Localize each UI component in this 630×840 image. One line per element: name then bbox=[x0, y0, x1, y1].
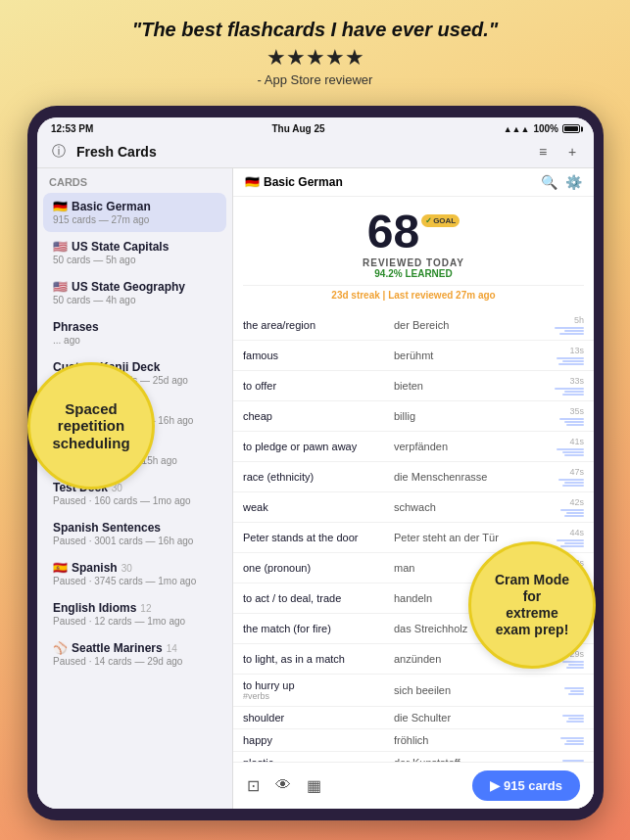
sidebar-item-9[interactable]: 🇪🇸 Spanish 30 Paused · 3745 cards — 1mo … bbox=[43, 554, 226, 593]
bar-5-0 bbox=[558, 479, 584, 481]
bar-14-0 bbox=[560, 737, 584, 739]
sidebar-item-title-11: ⚾ Seattle Mariners 14 bbox=[53, 641, 217, 655]
bar-0-0 bbox=[555, 327, 584, 329]
battery-percent: 100% bbox=[533, 123, 558, 134]
card-german-5: die Menschenrasse bbox=[394, 471, 545, 483]
cards-view-icon[interactable]: ⊡ bbox=[247, 776, 260, 795]
stats-area: 68 ✓ GOAL REVIEWED TODAY 94.2% LEARNED 2… bbox=[233, 197, 594, 310]
sidebar-title-text-2: US State Geography bbox=[72, 280, 185, 294]
settings-icon[interactable]: ⚙️ bbox=[565, 174, 582, 190]
bar-2-0 bbox=[555, 388, 584, 390]
card-row-5[interactable]: race (ethnicity) die Menschenrasse 47s bbox=[233, 462, 594, 492]
card-english-5: race (ethnicity) bbox=[243, 471, 394, 483]
add-button[interactable]: + bbox=[560, 140, 584, 163]
bar-5-1 bbox=[564, 482, 584, 484]
card-english-14: happy bbox=[243, 734, 394, 746]
spaced-badge-text: Spacedrepetitionscheduling bbox=[52, 400, 129, 451]
card-meta-1: 13s bbox=[545, 346, 584, 365]
card-row-1[interactable]: famous berühmt 13s bbox=[233, 341, 594, 371]
card-row-2[interactable]: to offer bieten 33s bbox=[233, 371, 594, 401]
review-button-label: ▶ 915 cards bbox=[490, 778, 562, 793]
preview-icon[interactable]: 👁 bbox=[275, 776, 291, 795]
date: Thu Aug 25 bbox=[271, 123, 324, 134]
sidebar-item-3[interactable]: Phrases ... ago bbox=[43, 313, 226, 352]
card-tag-12: #verbs bbox=[243, 691, 394, 701]
card-meta-0: 5h bbox=[545, 315, 584, 335]
sidebar-flag-9: 🇪🇸 bbox=[53, 561, 68, 575]
sidebar-item-0[interactable]: 🇩🇪 Basic German 915 cards — 27m ago bbox=[43, 193, 226, 232]
goal-check: ✓ bbox=[425, 216, 432, 225]
sidebar-sub-9: Paused · 3745 cards — 1mo ago bbox=[53, 576, 217, 586]
sidebar-item-title-3: Phrases bbox=[53, 320, 217, 334]
card-time-0: 5h bbox=[545, 315, 584, 325]
card-time-5: 47s bbox=[545, 467, 584, 477]
bar-7-0 bbox=[557, 539, 584, 541]
card-english-12: to hurry up#verbs bbox=[243, 679, 394, 701]
card-row-12[interactable]: to hurry up#verbs sich beeilen bbox=[233, 675, 594, 707]
stats-number-wrapper: 68 ✓ GOAL bbox=[243, 209, 584, 256]
review-button[interactable]: ▶ 915 cards bbox=[472, 770, 580, 801]
card-row-15[interactable]: plastic der Kunststoff bbox=[233, 752, 594, 762]
card-time-7: 44s bbox=[545, 528, 584, 537]
card-row-6[interactable]: weak schwach 42s bbox=[233, 492, 594, 523]
card-time-6: 42s bbox=[545, 497, 584, 507]
learned-label: 94.2% LEARNED bbox=[243, 268, 584, 279]
card-meta-5: 47s bbox=[545, 467, 584, 487]
card-english-8: one (pronoun) bbox=[243, 562, 394, 574]
card-german-1: berühmt bbox=[394, 350, 545, 361]
card-time-2: 33s bbox=[545, 376, 584, 386]
card-bars-13 bbox=[545, 715, 584, 723]
card-english-10: the match (for fire) bbox=[243, 623, 394, 634]
bar-4-0 bbox=[557, 448, 584, 450]
bar-11-2 bbox=[566, 667, 584, 669]
spaced-repetition-badge: Spacedrepetitionscheduling bbox=[27, 362, 155, 490]
bar-0-2 bbox=[559, 333, 584, 335]
sidebar-item-1[interactable]: 🇺🇸 US State Capitals 50 cards — 5h ago bbox=[43, 233, 226, 272]
info-button[interactable]: ⓘ bbox=[47, 140, 71, 163]
bar-3-2 bbox=[566, 424, 584, 426]
list-button[interactable]: ≡ bbox=[531, 140, 555, 163]
stats-icon[interactable]: ▦ bbox=[307, 776, 321, 795]
card-english-2: to offer bbox=[243, 380, 394, 392]
status-right: ▲▲▲ 100% bbox=[504, 123, 580, 134]
sidebar-sub-10: Paused · 12 cards — 1mo ago bbox=[53, 616, 217, 627]
quote-text: "The best flashcards I have ever used." bbox=[29, 18, 601, 41]
sidebar-sub-7: Paused · 160 cards — 1mo ago bbox=[53, 495, 217, 506]
card-row-4[interactable]: to pledge or pawn away verpfänden 41s bbox=[233, 432, 594, 462]
card-row-0[interactable]: the area/region der Bereich 5h bbox=[233, 310, 594, 341]
card-row-14[interactable]: happy fröhlich bbox=[233, 729, 594, 752]
bar-12-1 bbox=[570, 690, 584, 692]
sidebar-item-title-1: 🇺🇸 US State Capitals bbox=[53, 240, 217, 254]
sidebar-sub-11: Paused · 14 cards — 29d ago bbox=[53, 656, 217, 667]
sidebar-item-8[interactable]: Spanish Sentences Paused · 3001 cards — … bbox=[43, 514, 226, 553]
card-english-0: the area/region bbox=[243, 319, 394, 331]
sidebar-title-text-1: US State Capitals bbox=[72, 240, 169, 254]
sidebar-item-title-0: 🇩🇪 Basic German bbox=[53, 200, 217, 213]
sidebar-section-header: Cards bbox=[37, 168, 232, 192]
sidebar-item-11[interactable]: ⚾ Seattle Mariners 14 Paused · 14 cards … bbox=[43, 634, 226, 674]
bar-12-0 bbox=[564, 687, 584, 689]
card-bars-12 bbox=[545, 687, 584, 695]
bar-13-1 bbox=[568, 718, 584, 720]
card-meta-3: 35s bbox=[545, 406, 584, 426]
search-icon[interactable]: 🔍 bbox=[541, 174, 557, 190]
card-german-13: die Schulter bbox=[394, 712, 545, 723]
sidebar-number-11: 14 bbox=[167, 643, 177, 654]
card-german-4: verpfänden bbox=[394, 441, 545, 452]
header-deck-name: Basic German bbox=[264, 175, 343, 189]
reviewer: - App Store reviewer bbox=[29, 72, 601, 87]
card-bars-1 bbox=[545, 357, 584, 365]
sidebar-title-text-0: Basic German bbox=[72, 200, 151, 213]
bar-13-0 bbox=[562, 715, 584, 717]
status-bar: 12:53 PM Thu Aug 25 ▲▲▲ 100% bbox=[37, 117, 594, 136]
card-row-3[interactable]: cheap billig 35s bbox=[233, 401, 594, 432]
sidebar-item-10[interactable]: English Idioms 12 Paused · 12 cards — 1m… bbox=[43, 594, 226, 633]
bar-4-2 bbox=[564, 454, 584, 456]
sidebar-item-2[interactable]: 🇺🇸 US State Geography 50 cards — 4h ago bbox=[43, 273, 226, 312]
card-meta-14 bbox=[545, 735, 584, 745]
card-german-6: schwach bbox=[394, 501, 545, 513]
card-row-13[interactable]: shoulder die Schulter bbox=[233, 707, 594, 729]
right-header-title: 🇩🇪 Basic German bbox=[245, 175, 343, 189]
sidebar-flag-2: 🇺🇸 bbox=[53, 280, 68, 294]
bar-7-2 bbox=[560, 545, 584, 547]
